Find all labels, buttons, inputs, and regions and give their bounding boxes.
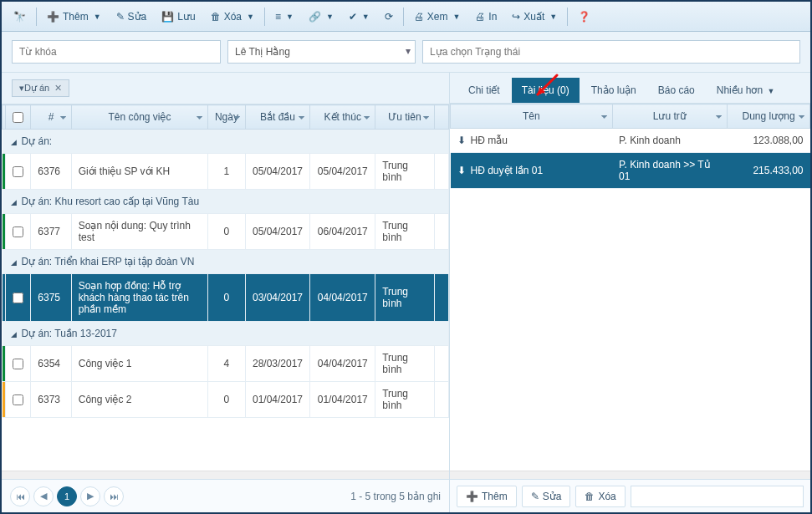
save-icon: 💾	[161, 11, 174, 23]
file-edit-button[interactable]: ✎Sửa	[522, 486, 571, 507]
tab-discuss[interactable]: Thảo luận	[581, 78, 646, 103]
row-checkbox[interactable]	[13, 359, 23, 369]
status-dropdown[interactable]	[422, 40, 800, 64]
file-row[interactable]: ⬇HĐ mẫuP. Kinh doanh123.088,00	[451, 129, 810, 153]
tab-detail[interactable]: Chi tiết	[458, 78, 510, 103]
row-checkbox[interactable]	[13, 226, 23, 237]
filter-icon[interactable]: ⏷	[233, 113, 242, 122]
keyword-input[interactable]	[12, 40, 221, 64]
filter-icon[interactable]: ⏷	[422, 113, 431, 122]
files-grid: Tên⏷ Lưu trữ⏷ Dung lượng⏷ ⬇HĐ mẫuP. Kinh…	[450, 104, 810, 471]
save-button[interactable]: 💾Lưu	[155, 8, 202, 26]
filter-icon[interactable]: ⏷	[363, 113, 371, 122]
print-icon: 🖨	[475, 11, 485, 23]
export-button[interactable]: ↪Xuất▼	[505, 8, 564, 26]
chevron-down-icon: ▾	[406, 45, 411, 57]
export-icon: ↪	[512, 11, 520, 23]
tabs: Chi tiết Tài liệu (0) Thảo luận Báo cáo …	[450, 78, 810, 103]
task-row[interactable]: 6375Soạn hợp đồng: Hỗ trợ khách hàng tha…	[3, 274, 449, 322]
filter-icon[interactable]: ⏷	[196, 113, 204, 122]
list-icon: ≡	[275, 11, 281, 23]
next-page-button[interactable]: ▶	[80, 486, 100, 506]
horizontal-scrollbar[interactable]	[2, 471, 449, 479]
check-icon: ✔	[349, 11, 357, 23]
page-button-current[interactable]: 1	[57, 486, 77, 506]
select-all-checkbox[interactable]	[13, 112, 23, 123]
link-icon: 🔗	[309, 11, 321, 23]
file-search-input[interactable]	[631, 486, 804, 507]
group-row[interactable]: ◢Dự án: Tuần 13-2017	[3, 322, 449, 346]
row-checkbox[interactable]	[13, 166, 23, 177]
row-checkbox[interactable]	[13, 394, 23, 405]
files-footer: ➕Thêm ✎Sửa 🗑Xóa	[450, 479, 810, 512]
trash-icon: 🗑	[211, 11, 221, 23]
group-row[interactable]: ◢Dự án:	[3, 130, 449, 154]
download-icon: ⬇	[457, 135, 466, 146]
link-button[interactable]: 🔗▼	[302, 8, 340, 26]
filter-icon[interactable]: ⏷	[59, 113, 68, 122]
user-dropdown[interactable]	[227, 40, 416, 64]
toolbar: 🔭 ➕Thêm▼ ✎Sửa 💾Lưu 🗑Xóa▼ ≡▼ 🔗▼ ✔▼ ⟳ 🖨Xem…	[2, 2, 810, 32]
pencil-icon: ✎	[531, 491, 539, 502]
refresh-icon: ⟳	[385, 11, 393, 23]
last-page-button[interactable]: ⏭	[104, 486, 124, 506]
view-button[interactable]: 🖨Xem▼	[407, 8, 467, 26]
task-row[interactable]: 6373Công việc 2001/04/201701/04/2017Trun…	[3, 382, 449, 418]
print-icon: 🖨	[414, 11, 424, 23]
list-button[interactable]: ≡▼	[268, 8, 300, 26]
filter-icon[interactable]: ⏷	[715, 112, 723, 121]
task-row[interactable]: 6377Soạn nội dung: Quy trình test005/04/…	[3, 214, 449, 250]
plus-icon: ➕	[466, 491, 478, 502]
filter-icon[interactable]: ⏷	[798, 112, 806, 121]
close-icon[interactable]: ✕	[54, 83, 62, 94]
pencil-icon: ✎	[116, 11, 125, 23]
plus-icon: ➕	[47, 11, 59, 23]
help-button[interactable]: ❓	[571, 8, 597, 26]
trash-icon: 🗑	[585, 491, 595, 502]
tag-project[interactable]: ▾ Dự án ✕	[12, 79, 69, 97]
task-grid: #⏷ Tên công việc⏷ Ngày⏷ Bắt đầu⏷ Kết thú…	[2, 104, 449, 471]
binoculars-button[interactable]: 🔭	[7, 8, 33, 26]
group-row[interactable]: ◢Dự án: Triển khai ERP tại tập đoàn VN	[3, 250, 449, 274]
filter-icon[interactable]: ⏷	[298, 113, 306, 122]
tab-report[interactable]: Báo cáo	[648, 78, 705, 103]
task-row[interactable]: 6354Công việc 1428/03/201704/04/2017Trun…	[3, 346, 449, 382]
grid-header-row: #⏷ Tên công việc⏷ Ngày⏷ Bắt đầu⏷ Kết thú…	[3, 105, 449, 130]
filter-tags: ▾ Dự án ✕	[2, 73, 449, 104]
tab-more[interactable]: Nhiều hơn ▼	[707, 78, 785, 103]
filter-icon[interactable]: ⏷	[600, 112, 609, 121]
print-button[interactable]: 🖨In	[468, 8, 503, 26]
edit-button[interactable]: ✎Sửa	[110, 8, 154, 26]
add-button[interactable]: ➕Thêm▼	[40, 8, 108, 26]
task-row[interactable]: 6376Giới thiệu SP với KH105/04/201705/04…	[3, 154, 449, 190]
download-icon: ⬇	[457, 165, 466, 176]
horizontal-scrollbar[interactable]	[450, 471, 810, 479]
help-icon: ❓	[578, 11, 590, 23]
refresh-button[interactable]: ⟳	[378, 8, 400, 26]
delete-button[interactable]: 🗑Xóa▼	[204, 8, 261, 26]
file-row[interactable]: ⬇HĐ duyệt lần 01P. Kinh doanh >> Tủ 0121…	[451, 153, 810, 189]
file-add-button[interactable]: ➕Thêm	[457, 486, 517, 507]
pager: ⏮ ◀ 1 ▶ ⏭ 1 - 5 trong 5 bản ghi	[2, 479, 449, 512]
row-checkbox[interactable]	[13, 293, 23, 303]
binoculars-icon: 🔭	[13, 11, 26, 23]
group-row[interactable]: ◢Dự án: Khu resort cao cấp tại Vũng Tàu	[3, 190, 449, 214]
first-page-button[interactable]: ⏮	[10, 486, 30, 506]
pager-info: 1 - 5 trong 5 bản ghi	[350, 491, 441, 502]
prev-page-button[interactable]: ◀	[33, 486, 54, 506]
filter-bar: ▾	[2, 32, 810, 73]
tab-files[interactable]: Tài liệu (0)	[512, 78, 580, 103]
check-button[interactable]: ✔▼	[342, 8, 376, 26]
file-delete-button[interactable]: 🗑Xóa	[575, 486, 625, 507]
